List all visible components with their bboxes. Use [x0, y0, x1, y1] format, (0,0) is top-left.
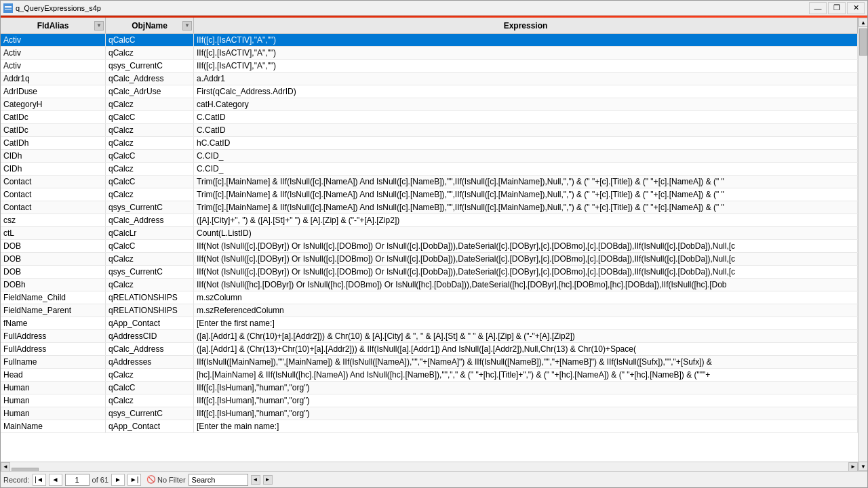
- table-row[interactable]: DOBqsys_CurrentCIIf(Not (IsNull([c].[DOB…: [1, 266, 858, 279]
- cell-fldalias: CatIDc: [1, 111, 106, 123]
- objname-sort-btn[interactable]: ▼: [182, 21, 192, 30]
- search-scroll-right[interactable]: ►: [263, 475, 273, 485]
- cell-objname: qsys_CurrentC: [106, 60, 194, 72]
- table-row[interactable]: Contactqsys_CurrentCTrim([c].[MainName] …: [1, 201, 858, 214]
- table-header: FldAlias ▼ ObjName ▼ Expression: [1, 18, 858, 34]
- table-row[interactable]: FullAddressqAddressCID([a].[Addr1] & (Ch…: [1, 330, 858, 343]
- cell-expression: m.szColumn: [194, 291, 858, 304]
- cell-objname: qRELATIONSHIPS: [106, 304, 194, 317]
- table-row[interactable]: HumanqCalczIIf([c].[IsHuman],"human","or…: [1, 394, 858, 407]
- table-row[interactable]: ActivqCalcCIIf([c].[IsACTIV],"A",""): [1, 34, 858, 47]
- table-row[interactable]: DOBqCalczIIf(Not (IsNull([c].[DOByr]) Or…: [1, 253, 858, 266]
- table-row[interactable]: DOBhqCalczIIf(Not (IsNull([hc].[DOByr]) …: [1, 279, 858, 291]
- cell-fldalias: fName: [1, 317, 106, 329]
- cell-fldalias: Activ: [1, 60, 106, 72]
- cell-expression: IIf([c].[IsHuman],"human","org"): [194, 382, 858, 394]
- table-row[interactable]: Addr1qqCalc_Addressa.Addr1: [1, 73, 858, 85]
- cell-objname: qsys_CurrentC: [106, 407, 194, 420]
- table-row[interactable]: HumanqCalcCIIf([c].[IsHuman],"human","or…: [1, 382, 858, 394]
- table-row[interactable]: MainNameqApp_Contact[Enter the main name…: [1, 420, 858, 433]
- table-row[interactable]: Activqsys_CurrentCIIf([c].[IsACTIV],"A",…: [1, 60, 858, 73]
- hscroll-thumb[interactable]: [12, 468, 39, 472]
- table-row[interactable]: AdrIDuseqCalc_AdrUseFirst(qCalc_Address.…: [1, 85, 858, 98]
- table-row[interactable]: DOBqCalcCIIf(Not (IsNull([c].[DOByr]) Or…: [1, 240, 858, 253]
- column-header-objname[interactable]: ObjName ▼: [106, 18, 194, 33]
- minimize-button[interactable]: —: [809, 2, 827, 14]
- cell-expression: IIf([c].[IsACTIV],"A",""): [194, 60, 858, 72]
- cell-objname: qApp_Contact: [106, 420, 194, 432]
- cell-objname: qsys_CurrentC: [106, 201, 194, 214]
- table-row[interactable]: fNameqApp_Contact[Enter the first name:]: [1, 317, 858, 330]
- cell-fldalias: Contact: [1, 176, 106, 188]
- table-row[interactable]: CIDhqCalczC.CID_: [1, 163, 858, 176]
- cell-objname: qCalc_Address: [106, 73, 194, 85]
- vscroll-up-btn[interactable]: ▲: [859, 18, 867, 27]
- table-row[interactable]: CatIDcqCalcCC.CatID: [1, 111, 858, 124]
- table-row[interactable]: CategoryHqCalczcatH.Category: [1, 98, 858, 111]
- table-row[interactable]: HeadqCalcz[hc].[MainName] & IIf(IsNull([…: [1, 369, 858, 382]
- cell-fldalias: CIDh: [1, 163, 106, 175]
- table-row[interactable]: FieldName_ChildqRELATIONSHIPSm.szColumn: [1, 291, 858, 304]
- table-row[interactable]: ActivqCalczIIf([c].[IsACTIV],"A",""): [1, 47, 858, 60]
- fldalias-sort-btn[interactable]: ▼: [94, 21, 104, 30]
- current-record-input[interactable]: [65, 474, 90, 486]
- status-bar: Record: |◄ ◄ of 61 ► ►| 🚫 No Filter ◄ ►: [1, 471, 867, 487]
- cell-expression: IIf(Not (IsNull([c].[DOByr]) Or IsNull([…: [194, 240, 858, 252]
- cell-objname: qAddresses: [106, 356, 194, 368]
- close-button[interactable]: ✕: [847, 2, 865, 14]
- svg-rect-1: [5, 6, 12, 7]
- cell-expression: First(qCalc_Address.AdrID): [194, 85, 858, 98]
- table-row[interactable]: Humanqsys_CurrentCIIf([c].[IsHuman],"hum…: [1, 407, 858, 420]
- column-header-fldalias[interactable]: FldAlias ▼: [1, 18, 106, 33]
- horizontal-scrollbar: ◄ ►: [1, 462, 858, 471]
- table-row[interactable]: CatIDhqCalczhC.CatID: [1, 137, 858, 150]
- table-body[interactable]: ActivqCalcCIIf([c].[IsACTIV],"A","")Acti…: [1, 34, 858, 462]
- table-row[interactable]: ctLqCalcLrCount(L.ListID): [1, 227, 858, 240]
- svg-rect-2: [5, 7, 12, 8]
- cell-expression: IIf([c].[IsACTIV],"A",""): [194, 47, 858, 59]
- table-row[interactable]: FullAddressqCalc_Address([a].[Addr1] & (…: [1, 343, 858, 356]
- nav-last-button[interactable]: ►|: [127, 474, 141, 486]
- cell-objname: qCalcC: [106, 111, 194, 123]
- table-row[interactable]: ContactqCalczTrim([c].[MainName] & IIf(I…: [1, 188, 858, 201]
- cell-fldalias: Contact: [1, 188, 106, 201]
- cell-objname: qCalcLr: [106, 227, 194, 239]
- table-row[interactable]: FieldName_ParentqRELATIONSHIPSm.szRefere…: [1, 304, 858, 317]
- cell-fldalias: CIDh: [1, 150, 106, 162]
- restore-button[interactable]: ❒: [828, 2, 846, 14]
- cell-expression: IIf([c].[IsACTIV],"A",""): [194, 34, 858, 46]
- cell-expression: C.CatID: [194, 111, 858, 123]
- table-wrapper: FldAlias ▼ ObjName ▼ Expression ActivqCa…: [1, 18, 858, 471]
- record-label: Record:: [3, 476, 30, 484]
- cell-fldalias: DOB: [1, 240, 106, 252]
- search-scroll-left[interactable]: ◄: [251, 475, 260, 485]
- cell-fldalias: AdrIDuse: [1, 85, 106, 98]
- hscroll-right-btn[interactable]: ►: [848, 462, 858, 472]
- nav-prev-button[interactable]: ◄: [49, 474, 62, 486]
- cell-fldalias: FullAddress: [1, 343, 106, 355]
- cell-expression: Trim([c].[MainName] & IIf(IsNull([c].[Na…: [194, 176, 858, 188]
- cell-objname: qCalcz: [106, 137, 194, 149]
- total-records-text: of 61: [92, 476, 108, 484]
- vscroll-track: [859, 27, 867, 462]
- search-input[interactable]: [189, 474, 248, 486]
- nav-next-button[interactable]: ►: [111, 474, 125, 486]
- table-row[interactable]: CIDhqCalcCC.CID_: [1, 150, 858, 163]
- cell-fldalias: DOB: [1, 253, 106, 265]
- cell-expression: Trim([c].[MainName] & IIf(IsNull([c].[Na…: [194, 188, 858, 201]
- filter-area: 🚫 No Filter: [146, 475, 186, 484]
- vscroll-down-btn[interactable]: ▼: [859, 462, 867, 471]
- table-row[interactable]: CatIDcqCalczC.CatID: [1, 124, 858, 137]
- cell-expression: [hc].[MainName] & IIf(IsNull([hc].[NameA…: [194, 369, 858, 381]
- cell-objname: qCalcC: [106, 34, 194, 46]
- hscroll-left-btn[interactable]: ◄: [1, 462, 10, 472]
- table-row[interactable]: cszqCalc_Address([A].[City]+", ") & ([A]…: [1, 214, 858, 227]
- column-header-expression: Expression: [194, 18, 858, 33]
- filter-label: No Filter: [157, 476, 186, 484]
- cell-fldalias: Activ: [1, 47, 106, 59]
- nav-first-button[interactable]: |◄: [33, 474, 46, 486]
- cell-expression: [Enter the main name:]: [194, 420, 858, 432]
- vscroll-thumb[interactable]: [859, 28, 867, 56]
- table-row[interactable]: FullnameqAddressesIIf(IsNull([MainName])…: [1, 356, 858, 369]
- table-row[interactable]: ContactqCalcCTrim([c].[MainName] & IIf(I…: [1, 176, 858, 188]
